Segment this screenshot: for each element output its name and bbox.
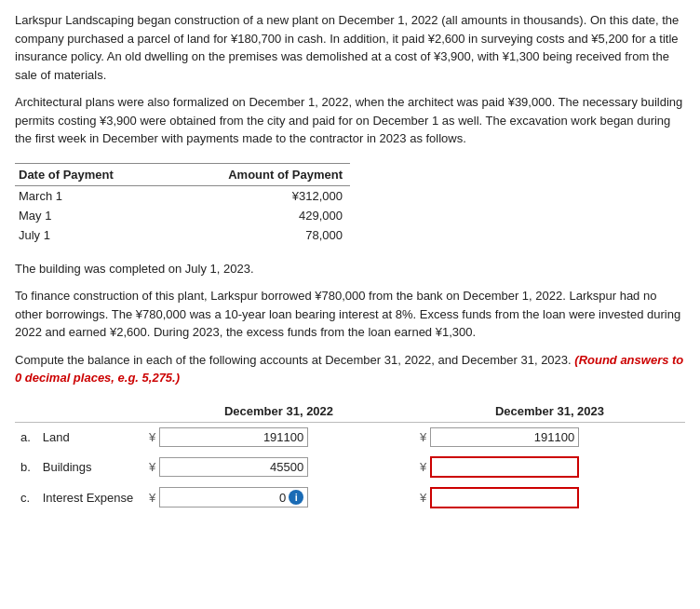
payment-row: May 1 429,000 bbox=[15, 206, 350, 225]
dec2023-input-container-a bbox=[430, 427, 579, 447]
intro-paragraph1: Larkspur Landscaping began construction … bbox=[15, 11, 685, 84]
payment-amount: 429,000 bbox=[168, 206, 350, 225]
compute-row-b: b. Buildings ¥ ¥ bbox=[15, 452, 685, 482]
dec2022-input-container-a bbox=[159, 427, 308, 447]
row-label-c: c. bbox=[15, 482, 37, 513]
dec2023-input-c[interactable] bbox=[436, 491, 573, 505]
row-label-a: a. bbox=[15, 422, 37, 452]
payment-amount: 78,000 bbox=[168, 225, 350, 245]
yen-symbol-dec2023-b: ¥ bbox=[420, 460, 426, 474]
compute-section: December 31, 2022 December 31, 2023 a. L… bbox=[15, 400, 685, 513]
empty-header2 bbox=[37, 400, 143, 423]
row-name-c: Interest Expense bbox=[37, 482, 143, 513]
dec2022-cell-c: ¥ i bbox=[143, 482, 414, 513]
yen-symbol-dec2022-b: ¥ bbox=[149, 460, 155, 474]
dec2022-input-a[interactable] bbox=[164, 430, 303, 444]
header-dec2022: December 31, 2022 bbox=[143, 400, 414, 423]
row-name-b: Buildings bbox=[37, 452, 143, 482]
dec2022-input-container-c: i bbox=[159, 487, 308, 508]
header-dec2023: December 31, 2023 bbox=[414, 400, 685, 423]
row-name-a: Land bbox=[37, 422, 143, 452]
body-paragraph3: The building was completed on July 1, 20… bbox=[15, 260, 685, 278]
compute-row-a: a. Land ¥ ¥ bbox=[15, 422, 685, 452]
dec2022-input-container-b bbox=[159, 457, 308, 477]
compute-row-c: c. Interest Expense ¥ i ¥ bbox=[15, 482, 685, 513]
dec2023-input-a[interactable] bbox=[435, 430, 574, 444]
payment-date: May 1 bbox=[15, 206, 168, 225]
body-paragraph4: To finance construction of this plant, L… bbox=[15, 287, 685, 342]
dec2023-cell-b: ¥ bbox=[414, 452, 685, 482]
dec2023-cell-a: ¥ bbox=[414, 422, 685, 452]
dec2023-input-container-c bbox=[430, 487, 579, 508]
yen-symbol-dec2023-c: ¥ bbox=[420, 491, 426, 505]
yen-symbol-dec2022-a: ¥ bbox=[149, 430, 155, 444]
payment-table: Date of Payment Amount of Payment March … bbox=[15, 163, 350, 245]
payment-row: July 1 78,000 bbox=[15, 225, 350, 245]
dec2022-input-c[interactable] bbox=[164, 491, 286, 505]
intro-paragraph2: Architectural plans were also formalized… bbox=[15, 93, 685, 148]
yen-symbol-dec2023-a: ¥ bbox=[420, 430, 426, 444]
empty-header bbox=[15, 400, 37, 423]
dec2023-input-b[interactable] bbox=[436, 460, 573, 474]
info-icon[interactable]: i bbox=[289, 490, 303, 505]
payment-amount: ¥312,000 bbox=[168, 185, 350, 206]
dec2022-cell-a: ¥ bbox=[143, 422, 414, 452]
row-label-b: b. bbox=[15, 452, 37, 482]
payment-date: March 1 bbox=[15, 185, 168, 206]
payment-table-col1: Date of Payment bbox=[15, 163, 168, 185]
compute-table: December 31, 2022 December 31, 2023 a. L… bbox=[15, 400, 685, 513]
dec2022-input-b[interactable] bbox=[164, 460, 303, 474]
body-paragraph5: Compute the balance in each of the follo… bbox=[15, 351, 685, 387]
payment-date: July 1 bbox=[15, 225, 168, 245]
payment-table-col2: Amount of Payment bbox=[168, 163, 350, 185]
dec2022-cell-b: ¥ bbox=[143, 452, 414, 482]
payment-row: March 1 ¥312,000 bbox=[15, 185, 350, 206]
dec2023-cell-c: ¥ bbox=[414, 482, 685, 513]
dec2023-input-container-b bbox=[430, 456, 579, 478]
yen-symbol-dec2022-c: ¥ bbox=[149, 491, 155, 505]
